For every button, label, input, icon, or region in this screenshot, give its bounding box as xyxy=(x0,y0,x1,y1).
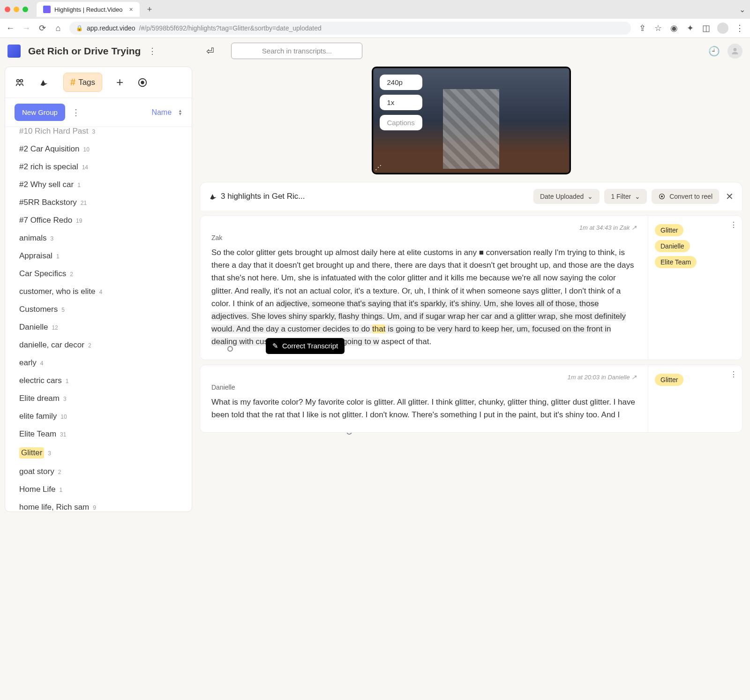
tag-row[interactable]: Appraisal1 xyxy=(19,247,192,265)
selection-start-handle[interactable] xyxy=(227,346,233,352)
transcript-text[interactable]: So the color glitter gets brought up alm… xyxy=(211,246,637,348)
tag-row[interactable]: electric cars1 xyxy=(19,372,192,390)
video-player[interactable]: 240p 1x Captions ⋰ xyxy=(372,67,571,174)
tag-count: 3 xyxy=(63,396,67,402)
quality-selector[interactable]: 240p xyxy=(380,75,422,90)
tag-name: home life, Rich sam xyxy=(19,503,89,512)
tag-row[interactable]: Home Life1 xyxy=(19,481,192,498)
tag-row[interactable]: Danielle12 xyxy=(19,318,192,336)
video-subject-blur xyxy=(443,89,499,169)
tag-row[interactable]: danielle, car decor2 xyxy=(19,336,192,354)
extensions-menu-icon[interactable]: ✦ xyxy=(685,23,695,33)
tag-row[interactable]: early4 xyxy=(19,354,192,372)
speed-selector[interactable]: 1x xyxy=(380,95,422,110)
recordings-tab-icon[interactable] xyxy=(15,77,25,88)
history-icon[interactable]: 🕘 xyxy=(708,45,720,57)
convert-to-reel-button[interactable]: Convert to reel xyxy=(652,189,719,204)
url-bar[interactable]: 🔒 app.reduct.video/#/p/5998b5f692/highli… xyxy=(69,22,631,35)
tabs-menu-icon[interactable]: ⌄ xyxy=(739,5,745,14)
tag-row[interactable]: goat story2 xyxy=(19,463,192,481)
tag-name: #2 Why sell car xyxy=(19,180,74,189)
tag-row[interactable]: #2 Why sell car1 xyxy=(19,176,192,194)
reload-button[interactable]: ⟳ xyxy=(38,23,47,33)
project-menu-icon[interactable]: ⋮ xyxy=(148,46,157,56)
card-menu-icon[interactable]: ⋮ xyxy=(730,370,737,379)
tag-row[interactable]: #5RR Backstory21 xyxy=(19,194,192,211)
highlight-meta[interactable]: 1m at 34:43 in Zak ↗ xyxy=(211,224,637,231)
new-group-button[interactable]: New Group xyxy=(15,104,65,121)
tag-row[interactable]: customer, who is elite4 xyxy=(19,283,192,301)
tag-row[interactable]: Elite dream3 xyxy=(19,390,192,407)
home-button[interactable]: ⌂ xyxy=(53,23,63,33)
reels-tab-icon[interactable] xyxy=(137,77,148,88)
tag-chip[interactable]: Glitter xyxy=(655,374,683,386)
filter-dropdown[interactable]: 1 Filter ⌄ xyxy=(604,189,647,204)
search-input[interactable]: Search in transcripts... xyxy=(231,43,362,59)
svg-point-6 xyxy=(661,196,663,197)
tag-name: #2 rich is special xyxy=(19,162,78,172)
sidebar: # Tags + New Group ⋮ Name ▲▼ #10 Rich Ha… xyxy=(5,67,192,512)
tag-count: 9 xyxy=(93,504,96,511)
close-window[interactable] xyxy=(5,7,10,12)
chrome-menu-icon[interactable]: ⋮ xyxy=(735,23,744,33)
tag-name: electric cars xyxy=(19,376,62,385)
new-tab-button[interactable]: + xyxy=(143,5,156,15)
back-button[interactable]: ← xyxy=(6,23,15,33)
highlight-card: 1m at 34:43 in Zak ↗ Zak So the color gl… xyxy=(200,215,742,360)
tag-row[interactable]: Elite Team31 xyxy=(19,425,192,443)
tab-title: Highlights | Reduct.Video xyxy=(54,6,123,13)
tag-count: 3 xyxy=(51,235,54,242)
sort-label[interactable]: Name xyxy=(151,108,172,117)
transcript-text[interactable]: What is my favorite color? My favorite c… xyxy=(211,396,637,421)
tag-chip[interactable]: Danielle xyxy=(655,240,690,252)
project-title: Get Rich or Drive Trying xyxy=(28,45,141,57)
resize-handle-icon[interactable]: ⋰ xyxy=(375,164,382,171)
tag-name: elite family xyxy=(19,412,57,421)
tags-tab[interactable]: # Tags xyxy=(63,73,102,92)
tag-row[interactable]: Glitter3 xyxy=(19,443,192,463)
extension-icon[interactable]: ◉ xyxy=(669,23,679,33)
tag-chip[interactable]: Glitter xyxy=(655,224,683,236)
share-icon[interactable]: ⇪ xyxy=(638,23,647,33)
collapse-icon[interactable]: ⏎ xyxy=(206,45,214,57)
app-logo[interactable] xyxy=(8,45,21,58)
card-menu-icon[interactable]: ⋮ xyxy=(730,220,737,229)
tag-row[interactable]: #10 Rich Hard Past3 xyxy=(19,127,192,140)
minimize-window[interactable] xyxy=(14,7,19,12)
tag-name: #7 Office Redo xyxy=(19,216,72,225)
content-area: 240p 1x Captions ⋰ 3 highlights in Get R… xyxy=(192,64,750,512)
captions-toggle[interactable]: Captions xyxy=(380,115,422,130)
maximize-window[interactable] xyxy=(22,7,28,12)
highlights-tab-icon[interactable] xyxy=(39,77,49,88)
tag-count: 21 xyxy=(81,200,87,206)
tag-row[interactable]: Car Specifics2 xyxy=(19,265,192,283)
group-menu-icon[interactable]: ⋮ xyxy=(72,107,80,118)
tag-row[interactable]: Customers5 xyxy=(19,301,192,318)
reel-icon xyxy=(658,193,666,200)
panel-icon[interactable]: ◫ xyxy=(701,23,711,33)
tag-row[interactable]: #2 Car Aquisition10 xyxy=(19,140,192,158)
tab-favicon xyxy=(43,6,51,13)
close-panel-icon[interactable]: ✕ xyxy=(726,191,734,202)
tag-count: 3 xyxy=(92,128,95,135)
browser-tab[interactable]: Highlights | Reduct.Video × xyxy=(37,2,140,17)
tag-row[interactable]: #2 rich is special14 xyxy=(19,158,192,176)
tag-row[interactable]: #7 Office Redo19 xyxy=(19,211,192,229)
tag-row[interactable]: home life, Rich sam9 xyxy=(19,498,192,512)
tag-count: 14 xyxy=(82,164,88,171)
highlight-meta[interactable]: 1m at 20:03 in Danielle ↗ xyxy=(211,374,637,381)
tag-count: 2 xyxy=(88,342,91,349)
tag-chip[interactable]: Elite Team xyxy=(655,256,697,268)
sort-direction-icon[interactable]: ▲▼ xyxy=(178,109,182,115)
correct-transcript-tooltip[interactable]: ✎ Correct Transcript xyxy=(266,338,345,354)
tag-row[interactable]: elite family10 xyxy=(19,407,192,425)
url-domain: app.reduct.video xyxy=(87,24,135,32)
highlight-tags: Glitter xyxy=(648,365,742,432)
bookmark-icon[interactable]: ☆ xyxy=(653,23,663,33)
close-tab-icon[interactable]: × xyxy=(129,6,133,13)
add-tab-icon[interactable]: + xyxy=(116,75,123,90)
tag-row[interactable]: animals3 xyxy=(19,229,192,247)
profile-avatar[interactable] xyxy=(717,23,728,34)
user-avatar[interactable] xyxy=(728,44,742,59)
date-uploaded-dropdown[interactable]: Date Uploaded ⌄ xyxy=(533,189,600,204)
